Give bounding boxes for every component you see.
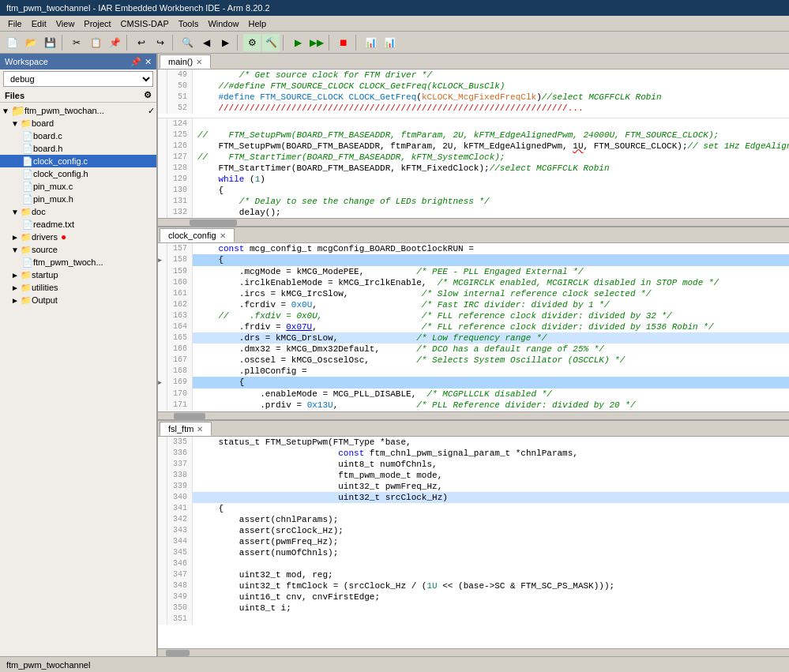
code-text-157: const mcg_config_t mcgConfig_BOARD_BootC… [193, 243, 789, 254]
line-indicator-346 [158, 558, 167, 569]
toolbar-build[interactable]: 🔨 [262, 34, 280, 51]
line-indicator-336 [158, 448, 167, 459]
workspace-close-icon[interactable]: ✕ [145, 57, 152, 67]
toolbar: 📄 📂 💾 ✂ 📋 📌 ↩ ↪ 🔍 ◀ ▶ ⚙ 🔨 ▶ ▶▶ ⏹ 📊 📊 [0, 32, 789, 54]
pane-fslftm-content[interactable]: 335 status_t FTM_SetupPwm(FTM_Type *base… [158, 437, 789, 648]
pane3-hscroll[interactable] [158, 648, 789, 656]
toolbar-paste[interactable]: 📌 [106, 34, 123, 51]
line-indicator-160 [158, 277, 167, 288]
toolbar-stop[interactable]: ⏹ [335, 34, 352, 51]
line-num-341: 341 [167, 503, 193, 514]
toolbar-undo[interactable]: ↩ [133, 34, 150, 51]
tree-output[interactable]: ► 📁 Output [0, 294, 156, 306]
tree-drivers[interactable]: ► 📁 drivers ● [0, 231, 156, 243]
tab-fslftm[interactable]: fsl_ftm ✕ [160, 422, 212, 436]
tab-fslftm-close[interactable]: ✕ [197, 425, 203, 434]
pane1-hscroll-thumb[interactable] [190, 220, 237, 226]
tab-clock[interactable]: clock_config ✕ [160, 228, 235, 242]
toolbar-debug[interactable]: ▶ [289, 34, 306, 51]
pane2-hscroll-thumb[interactable] [174, 413, 205, 419]
code-line-346: 346 [158, 558, 789, 569]
toolbar-sep1 [62, 35, 65, 51]
code-line-129: 129 while (1) [158, 174, 789, 185]
code-text-337: uint8_t numOfChnls, [193, 459, 789, 470]
pane2-hscroll[interactable] [158, 411, 789, 419]
menu-cmsis[interactable]: CMSIS-DAP [116, 17, 174, 30]
tree-clockh-label: clock_config.h [33, 169, 88, 178]
pane1-hscroll[interactable] [158, 218, 789, 226]
pane-main: main() ✕ 49 /* Get source clock for FTM … [158, 54, 789, 227]
menu-edit[interactable]: Edit [27, 17, 51, 30]
code-text-339: uint32_t pwmFreq_Hz, [193, 481, 789, 492]
pane-main-tabbar: main() ✕ [158, 54, 789, 69]
tab-main-close[interactable]: ✕ [196, 58, 202, 66]
files-label: Files [5, 91, 24, 100]
line-indicator-340 [158, 492, 167, 503]
line-num-169: 169 [167, 377, 193, 389]
workspace-label: Workspace [5, 57, 48, 66]
menu-window[interactable]: Window [203, 17, 243, 30]
tab-main[interactable]: main() ✕ [160, 54, 211, 69]
menu-help[interactable]: Help [244, 17, 272, 30]
menu-file[interactable]: File [3, 17, 27, 30]
tree-clock-config-h[interactable]: 📄 clock_config.h [0, 167, 156, 180]
tree-output-expand: ► [11, 296, 19, 305]
tree-pin-mux-c[interactable]: 📄 pin_mux.c [0, 180, 156, 193]
toolbar-compile[interactable]: ⚙ [243, 34, 261, 51]
line-indicator-131 [158, 196, 167, 207]
tree-board-h[interactable]: 📄 board.h [0, 142, 156, 155]
code-text-130: { [193, 185, 789, 196]
menu-view[interactable]: View [51, 17, 80, 30]
tree-startup[interactable]: ► 📁 startup [0, 268, 156, 281]
tree-clock-config-c[interactable]: 📄 clock_config.c [0, 155, 156, 167]
tree-drivers-expand: ► [11, 233, 19, 242]
toolbar-cut[interactable]: ✂ [68, 34, 85, 51]
tree-doc-icon: 📁 [21, 207, 32, 217]
tree-utilities[interactable]: ► 📁 utilities [0, 281, 156, 294]
tab-clock-close[interactable]: ✕ [220, 231, 226, 240]
line-indicator-158 [158, 254, 167, 266]
tree-doc[interactable]: ▼ 📁 doc [0, 205, 156, 218]
menu-tools[interactable]: Tools [174, 17, 204, 30]
pane3-hscroll-thumb[interactable] [166, 650, 190, 656]
tree-boardh-label: board.h [33, 144, 62, 153]
toolbar-redo[interactable]: ↪ [152, 34, 169, 51]
line-num-342: 342 [167, 514, 193, 525]
tree-pin-mux-h[interactable]: 📄 pin_mux.h [0, 193, 156, 205]
line-num-165: 165 [167, 332, 193, 344]
tree-root[interactable]: ▼ 📁 ftm_pwm_twochan... ✓ [0, 104, 156, 117]
line-num-171: 171 [167, 400, 193, 411]
workspace-dropdown[interactable]: debug release [3, 71, 153, 87]
line-num-344: 344 [167, 536, 193, 547]
line-indicator-162 [158, 299, 167, 310]
toolbar-new[interactable]: 📄 [3, 34, 21, 51]
toolbar-open[interactable]: 📂 [22, 34, 39, 51]
toolbar-prev[interactable]: ◀ [197, 34, 215, 51]
toolbar-go[interactable]: ▶▶ [308, 34, 325, 51]
code-text-167: .oscsel = kMCG_OscselOsc, /* Selects Sys… [193, 355, 789, 366]
line-num-345: 345 [167, 547, 193, 558]
tree-source[interactable]: ▼ 📁 source [0, 243, 156, 256]
toolbar-extra1[interactable]: 📊 [362, 34, 379, 51]
toolbar-next[interactable]: ▶ [216, 34, 234, 51]
tree-ftm-main[interactable]: 📄 ftm_pwm_twoch... [0, 256, 156, 268]
tree-board[interactable]: ▼ 📁 board [0, 117, 156, 130]
line-indicator-351 [158, 614, 167, 625]
pane-clock-content[interactable]: 157 const mcg_config_t mcgConfig_BOARD_B… [158, 243, 789, 411]
tree-board-c[interactable]: 📄 board.c [0, 130, 156, 142]
line-indicator-49 [158, 69, 167, 81]
pane-main-content[interactable]: 49 /* Get source clock for FTM driver */… [158, 69, 789, 218]
workspace-lock-icon[interactable]: 📌 [130, 57, 141, 67]
toolbar-extra2[interactable]: 📊 [381, 34, 398, 51]
tree-ftmmain-label: ftm_pwm_twoch... [33, 257, 103, 267]
menu-project[interactable]: Project [79, 17, 115, 30]
line-indicator-168 [158, 366, 167, 377]
files-settings-icon[interactable]: ⚙ [144, 90, 152, 100]
tree-readme-icon: 📄 [22, 220, 33, 230]
toolbar-search[interactable]: 🔍 [178, 34, 196, 51]
tree-readme[interactable]: 📄 readme.txt [0, 218, 156, 231]
toolbar-copy[interactable]: 📋 [87, 34, 104, 51]
code-text-168: .pll0Config = [193, 366, 789, 377]
line-indicator-50 [158, 81, 167, 92]
toolbar-save[interactable]: 💾 [41, 34, 58, 51]
